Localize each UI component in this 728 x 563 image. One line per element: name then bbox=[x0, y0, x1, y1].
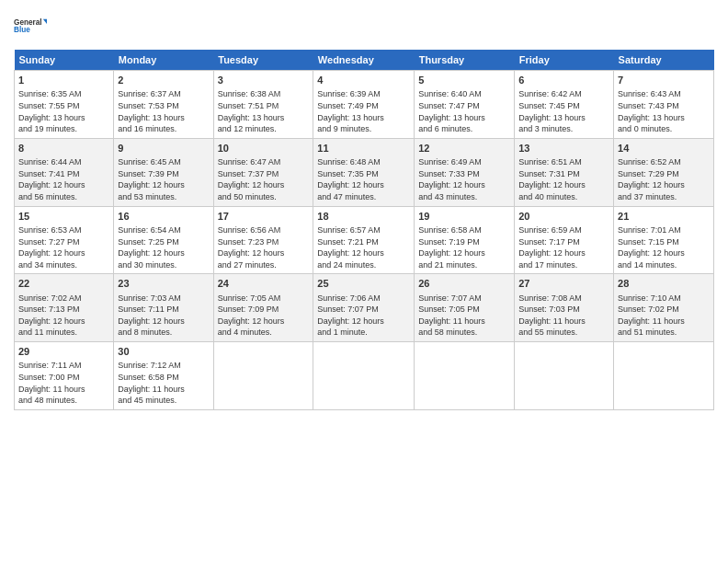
day-info-line: and 48 minutes. bbox=[18, 395, 109, 407]
day-info-line: Sunrise: 6:53 AM bbox=[18, 224, 109, 236]
day-info-line: Sunrise: 6:38 AM bbox=[218, 88, 310, 100]
day-info-line: and 37 minutes. bbox=[618, 191, 710, 203]
day-info-line: and 24 minutes. bbox=[317, 259, 410, 271]
day-info-line: Sunrise: 6:58 AM bbox=[418, 224, 510, 236]
day-info-line: Sunset: 7:11 PM bbox=[118, 304, 209, 316]
table-cell: 22Sunrise: 7:02 AMSunset: 7:13 PMDayligh… bbox=[15, 274, 114, 342]
logo: General Blue bbox=[14, 9, 47, 42]
day-info-line: Daylight: 12 hours bbox=[518, 179, 609, 191]
day-info-line: Sunset: 7:27 PM bbox=[18, 236, 109, 248]
svg-marker-2 bbox=[43, 19, 47, 24]
table-cell: 24Sunrise: 7:05 AMSunset: 7:09 PMDayligh… bbox=[213, 274, 313, 342]
day-info-line: Sunset: 7:53 PM bbox=[118, 100, 209, 112]
day-info-line: Daylight: 12 hours bbox=[118, 247, 209, 259]
day-info-line: Sunset: 7:15 PM bbox=[618, 236, 710, 248]
day-info-line: Sunrise: 6:49 AM bbox=[418, 156, 510, 168]
day-info-line: and 6 minutes. bbox=[418, 123, 510, 135]
day-number: 25 bbox=[317, 277, 410, 291]
day-info-line: Daylight: 13 hours bbox=[618, 112, 710, 124]
day-info-line: Daylight: 12 hours bbox=[218, 316, 310, 327]
day-info-line: and 3 minutes. bbox=[518, 123, 609, 135]
day-number: 6 bbox=[518, 74, 609, 87]
day-info-line: Sunset: 7:03 PM bbox=[518, 304, 609, 316]
day-info-line: Daylight: 12 hours bbox=[118, 316, 209, 327]
svg-text:General: General bbox=[14, 18, 42, 27]
day-info-line: Sunrise: 6:37 AM bbox=[118, 88, 209, 100]
day-info-line: Daylight: 13 hours bbox=[317, 112, 410, 124]
day-info-line: and 50 minutes. bbox=[218, 191, 310, 203]
day-info-line: and 12 minutes. bbox=[218, 123, 310, 135]
day-info-line: Daylight: 12 hours bbox=[618, 247, 710, 259]
day-number: 13 bbox=[518, 142, 609, 155]
table-cell: 29Sunrise: 7:11 AMSunset: 7:00 PMDayligh… bbox=[15, 342, 114, 410]
day-info-line: Daylight: 12 hours bbox=[18, 179, 109, 191]
day-info-line: Sunset: 7:47 PM bbox=[418, 100, 510, 112]
day-info-line: Sunrise: 6:59 AM bbox=[518, 224, 609, 236]
day-info-line: and 0 minutes. bbox=[618, 123, 710, 135]
day-info-line: Sunrise: 6:47 AM bbox=[218, 156, 310, 168]
table-cell: 1Sunrise: 6:35 AMSunset: 7:55 PMDaylight… bbox=[15, 71, 114, 139]
table-cell bbox=[213, 342, 313, 410]
day-info-line: Sunset: 7:39 PM bbox=[118, 168, 209, 180]
day-number: 29 bbox=[18, 345, 109, 359]
day-number: 1 bbox=[18, 74, 109, 87]
day-info-line: Sunset: 7:31 PM bbox=[518, 168, 609, 180]
day-info-line: and 34 minutes. bbox=[18, 259, 109, 271]
day-info-line: Sunset: 7:02 PM bbox=[618, 304, 710, 316]
day-info-line: and 11 minutes. bbox=[18, 327, 109, 339]
day-info-line: Sunset: 7:25 PM bbox=[118, 236, 209, 248]
day-number: 19 bbox=[418, 210, 510, 224]
day-info-line: Daylight: 12 hours bbox=[18, 247, 109, 259]
day-info-line: Sunset: 7:13 PM bbox=[18, 304, 109, 316]
day-info-line: Daylight: 11 hours bbox=[618, 316, 710, 327]
day-info-line: Sunset: 7:09 PM bbox=[218, 304, 310, 316]
day-info-line: Sunrise: 6:42 AM bbox=[518, 88, 609, 100]
day-info-line: and 19 minutes. bbox=[18, 123, 109, 135]
day-info-line: Sunset: 7:41 PM bbox=[18, 168, 109, 180]
day-number: 27 bbox=[518, 277, 609, 291]
page: General Blue SundayMondayTuesdayWednesda… bbox=[0, 0, 728, 563]
day-info-line: Daylight: 12 hours bbox=[18, 316, 109, 327]
day-info-line: Sunrise: 6:56 AM bbox=[218, 224, 310, 236]
day-info-line: Sunset: 7:29 PM bbox=[618, 168, 710, 180]
day-info-line: and 45 minutes. bbox=[118, 395, 209, 407]
table-cell: 26Sunrise: 7:07 AMSunset: 7:05 PMDayligh… bbox=[415, 274, 515, 342]
day-info-line: Daylight: 12 hours bbox=[317, 316, 410, 327]
day-info-line: and 21 minutes. bbox=[418, 259, 510, 271]
day-info-line: and 53 minutes. bbox=[118, 191, 209, 203]
day-info-line: Daylight: 11 hours bbox=[18, 384, 109, 396]
header-friday: Friday bbox=[515, 50, 614, 71]
table-cell: 7Sunrise: 6:43 AMSunset: 7:43 PMDaylight… bbox=[614, 71, 714, 139]
day-info-line: Sunset: 7:00 PM bbox=[18, 372, 109, 384]
day-info-line: Sunset: 7:51 PM bbox=[218, 100, 310, 112]
day-number: 4 bbox=[317, 74, 410, 87]
table-cell: 10Sunrise: 6:47 AMSunset: 7:37 PMDayligh… bbox=[213, 138, 313, 206]
day-info-line: Daylight: 12 hours bbox=[218, 247, 310, 259]
day-info-line: and 40 minutes. bbox=[518, 191, 609, 203]
day-info-line: Daylight: 12 hours bbox=[418, 179, 510, 191]
header: General Blue bbox=[14, 9, 714, 42]
day-info-line: Sunrise: 7:08 AM bbox=[518, 293, 609, 304]
day-number: 17 bbox=[218, 210, 310, 224]
day-info-line: Sunrise: 7:03 AM bbox=[118, 293, 209, 304]
table-cell: 18Sunrise: 6:57 AMSunset: 7:21 PMDayligh… bbox=[313, 206, 415, 274]
day-info-line: Sunrise: 6:40 AM bbox=[418, 88, 510, 100]
table-cell bbox=[313, 342, 415, 410]
day-info-line: Daylight: 13 hours bbox=[418, 112, 510, 124]
day-number: 8 bbox=[18, 142, 109, 155]
day-info-line: Sunrise: 7:06 AM bbox=[317, 293, 410, 304]
day-info-line: Sunrise: 6:54 AM bbox=[118, 224, 209, 236]
day-info-line: and 1 minute. bbox=[317, 327, 410, 339]
day-info-line: Sunrise: 6:43 AM bbox=[618, 88, 710, 100]
day-info-line: Sunset: 7:07 PM bbox=[317, 304, 410, 316]
day-number: 22 bbox=[18, 277, 109, 291]
day-info-line: Sunrise: 7:10 AM bbox=[618, 293, 710, 304]
table-cell: 23Sunrise: 7:03 AMSunset: 7:11 PMDayligh… bbox=[114, 274, 213, 342]
day-info-line: Sunset: 7:19 PM bbox=[418, 236, 510, 248]
day-info-line: and 47 minutes. bbox=[317, 191, 410, 203]
table-cell: 17Sunrise: 6:56 AMSunset: 7:23 PMDayligh… bbox=[213, 206, 313, 274]
day-info-line: and 43 minutes. bbox=[418, 191, 510, 203]
day-number: 7 bbox=[618, 74, 710, 87]
day-info-line: Sunrise: 6:48 AM bbox=[317, 156, 410, 168]
day-info-line: Sunset: 7:49 PM bbox=[317, 100, 410, 112]
